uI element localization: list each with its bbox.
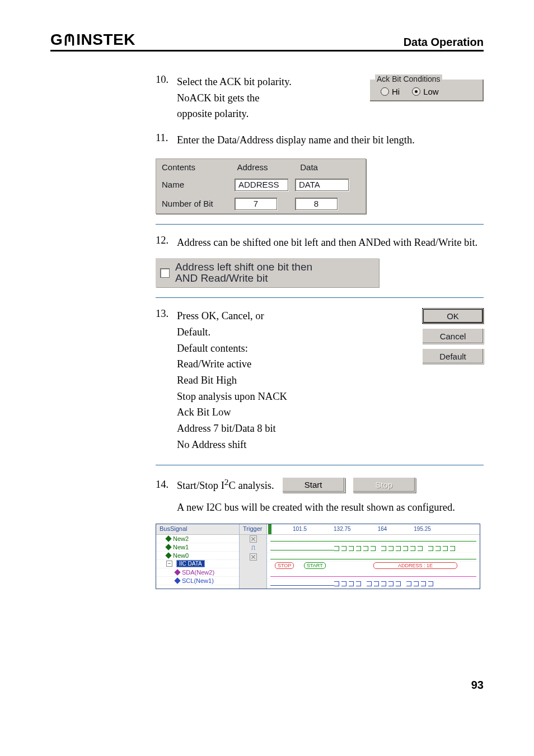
s13-l7: Address 7 bit/Data 8 bit	[177, 423, 276, 434]
step-13-text: Press OK, Cancel, or Default. Default co…	[177, 308, 414, 452]
address-shift-label: Address left shift one bit then AND Read…	[175, 262, 312, 284]
signal-new2-label: New2	[173, 535, 189, 542]
signal-new1[interactable]: New1	[156, 543, 239, 552]
section-title: Data Operation	[404, 36, 484, 49]
step-13-number: 13.	[156, 308, 177, 320]
divider	[156, 224, 484, 225]
ack-low-label: Low	[423, 87, 439, 96]
lane-sda	[267, 570, 480, 579]
page-header: G INSTEK Data Operation	[50, 31, 484, 52]
lane-new2	[267, 535, 480, 544]
ack-hi-label: Hi	[392, 87, 400, 96]
lane-new1	[267, 544, 480, 553]
trig-new0[interactable]	[240, 553, 266, 562]
data-bits-input[interactable]: 8	[295, 198, 338, 210]
lane-iic-decode: STOP START ADDRESS : 1E	[267, 562, 480, 570]
brand-logo: G INSTEK	[50, 31, 135, 49]
s13-l6: Ack Bit Low	[177, 407, 231, 418]
waveform-plot-area[interactable]: 101.5 132.75 164 195.25 STOP S	[267, 524, 480, 589]
shift-line1: Address left shift one bit then	[175, 261, 312, 273]
s14-b: C analysis.	[229, 480, 274, 491]
tree-collapse-icon[interactable]: −	[166, 561, 172, 567]
s14-sup: 2	[224, 477, 229, 487]
step-10-text-l1: Select the ACK bit polarity.	[177, 76, 292, 87]
s13-l2: Default contents:	[177, 343, 248, 354]
time-marker-icon	[268, 524, 271, 534]
wave-col-trigger: Trigger	[240, 524, 266, 535]
x-icon	[250, 553, 257, 561]
trig-new2[interactable]	[240, 535, 266, 544]
signal-scl-label: SCL(New1)	[182, 577, 214, 584]
s13-l5: Stop analysis upon NACK	[177, 391, 287, 402]
tick-3: 195.25	[414, 526, 431, 532]
signal-iic[interactable]: −IIC DATA	[156, 560, 239, 568]
ack-group-legend: Ack Bit Conditions	[375, 74, 442, 83]
s13-l4: Read Bit High	[177, 375, 237, 386]
checkbox-icon[interactable]	[160, 268, 170, 278]
ack-hi-radio[interactable]: Hi	[381, 87, 400, 96]
step-11-number: 11.	[156, 132, 177, 144]
x-icon	[250, 535, 257, 543]
step-14-text: Start/Stop I2C analysis.	[177, 475, 274, 494]
stop-button[interactable]: Stop	[353, 477, 415, 492]
step-14-result-text: A new I2C bus will be created with the r…	[177, 500, 484, 516]
step-12-number: 12.	[156, 235, 177, 246]
lane-new0	[267, 553, 480, 562]
tick-2: 164	[378, 526, 387, 532]
default-button[interactable]: Default	[422, 348, 484, 364]
cap-address: ADDRESS : 1E	[373, 562, 457, 569]
signal-sda-label: SDA(New2)	[182, 569, 214, 576]
s14-a: Start/Stop I	[177, 480, 224, 491]
divider	[156, 297, 484, 298]
step-10-text: Select the ACK bit polarity. NoACK bit g…	[177, 74, 363, 122]
signal-new0[interactable]: New0	[156, 552, 239, 560]
cancel-button[interactable]: Cancel	[422, 328, 484, 344]
cap-stop: STOP	[275, 562, 294, 569]
logo-right: INSTEK	[76, 31, 135, 49]
wave-col-bussignal: BusSignal	[156, 524, 239, 535]
cad-head-data: Data	[297, 162, 360, 172]
s13-l0: Press OK, Cancel, or	[177, 310, 264, 321]
address-shift-checkbox-row[interactable]: Address left shift one bit then AND Read…	[156, 258, 379, 287]
step-10-row: 10. Select the ACK bit polarity. NoACK b…	[156, 74, 484, 124]
time-ruler: 101.5 132.75 164 195.25	[267, 524, 480, 535]
ok-button[interactable]: OK	[422, 308, 484, 324]
s13-l8: No Address shift	[177, 439, 246, 450]
data-name-input[interactable]: DATA	[295, 179, 349, 191]
tick-0: 101.5	[293, 526, 307, 532]
logo-left: G	[50, 31, 63, 49]
page-number: 93	[50, 679, 484, 692]
start-button[interactable]: Start	[282, 477, 345, 492]
step-10-number: 10.	[156, 74, 177, 86]
address-bits-input[interactable]: 7	[235, 198, 277, 210]
rising-edge-icon: ⎍	[251, 544, 255, 552]
dialog-button-stack: OK Cancel Default	[422, 308, 484, 364]
step-11-text: Enter the Data/Address display name and …	[177, 132, 484, 148]
cap-start: START	[304, 562, 326, 569]
radio-selected-icon	[412, 87, 420, 96]
address-name-input[interactable]: ADDRESS	[235, 179, 288, 191]
s13-l1: Default.	[177, 326, 210, 338]
signal-new2[interactable]: New2	[156, 535, 239, 543]
waveform-viewer: BusSignal New2 New1 New0 −IIC DATA SDA(N…	[156, 524, 480, 589]
signal-new1-label: New1	[173, 544, 189, 550]
cad-head-address: Address	[234, 162, 297, 172]
signal-sda[interactable]: SDA(New2)	[156, 568, 239, 577]
signal-new0-label: New0	[173, 552, 189, 559]
trig-new1[interactable]: ⎍	[240, 544, 266, 553]
step-12-text: Address can be shifted one bit left and …	[177, 235, 484, 251]
contents-address-data-table: Contents Address Data Name ADDRESS DATA …	[156, 158, 366, 214]
shift-line2: AND Read/Write bit	[175, 272, 268, 284]
cad-name-label: Name	[162, 180, 235, 189]
ack-low-radio[interactable]: Low	[412, 87, 439, 96]
s13-l3: Read/Write active	[177, 358, 251, 370]
cad-bits-label: Number of Bit	[162, 199, 235, 208]
step-10-text-l2: NoACK bit gets the	[177, 92, 259, 104]
lane-scl	[267, 579, 480, 588]
step-10-text-l3: opposite polarity.	[177, 108, 249, 119]
radio-icon	[381, 87, 389, 96]
signal-scl[interactable]: SCL(New1)	[156, 577, 239, 585]
step-14-number: 14.	[156, 479, 177, 491]
signal-iic-label: IIC DATA	[176, 560, 205, 567]
tick-1: 132.75	[334, 526, 351, 532]
